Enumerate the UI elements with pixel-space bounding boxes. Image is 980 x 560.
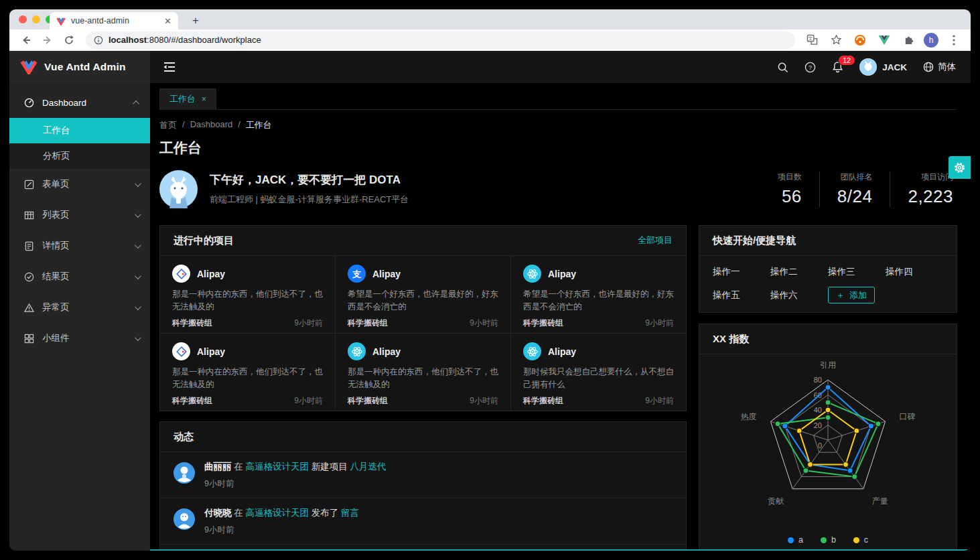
project-card[interactable]: Alipay那时候我只会想自己想要什么，从不想自己拥有什么科学搬砖组9小时前	[511, 334, 686, 411]
extension-orange-icon[interactable]	[851, 31, 869, 49]
legend-item-c[interactable]: c	[853, 535, 868, 545]
app-root: Vue Antd Admin ? 12	[9, 51, 971, 551]
breadcrumb-home[interactable]: 首页	[159, 119, 177, 131]
feed-item[interactable]: 付晓晓 在 高逼格设计天团 发布了 留言 9小时前	[160, 498, 686, 545]
tab-workplace[interactable]: 工作台 ×	[159, 88, 216, 109]
sidebar-item-widgets[interactable]: 小组件	[9, 323, 150, 354]
project-description: 那是一种内在的东西，他们到达不了，也无法触及的	[348, 366, 498, 392]
tab-close-icon[interactable]: ×	[202, 94, 206, 104]
check-circle-icon	[24, 272, 34, 282]
project-name[interactable]: Alipay	[548, 269, 576, 279]
bookmark-star-icon[interactable]	[827, 31, 845, 49]
close-window-button[interactable]	[19, 15, 27, 23]
vue-devtools-icon[interactable]	[876, 31, 893, 49]
project-name[interactable]: Alipay	[372, 346, 401, 357]
feed-target-link[interactable]: 八月迭代	[350, 462, 387, 472]
sidebar-item-label: 表单页	[42, 178, 70, 190]
traffic-lights	[19, 15, 54, 23]
dashboard-icon	[24, 98, 34, 108]
feed-group-link[interactable]: 高逼格设计天团	[246, 508, 309, 518]
sidebar-item-lists[interactable]: 列表页	[9, 200, 150, 230]
sidebar-item-details[interactable]: 详情页	[9, 230, 150, 261]
project-time: 9小时前	[645, 318, 674, 329]
locale-switch[interactable]: 简体	[923, 61, 956, 73]
quicknav-link[interactable]: 操作六	[770, 289, 828, 301]
project-time: 9小时前	[294, 318, 323, 329]
add-button-label: 添加	[849, 289, 867, 301]
user-menu[interactable]: JACK	[859, 58, 907, 76]
svg-text:产量: 产量	[872, 496, 888, 506]
breadcrumb-separator: /	[182, 119, 185, 131]
menu-fold-icon[interactable]	[163, 62, 176, 72]
legend-dot	[788, 537, 794, 543]
project-group[interactable]: 科学搬砖组	[523, 318, 563, 329]
form-icon	[24, 180, 34, 190]
project-group[interactable]: 科学搬砖组	[348, 318, 388, 329]
tab-close-icon[interactable]: ✕	[164, 17, 171, 25]
project-name[interactable]: Alipay	[197, 346, 225, 357]
quicknav-link[interactable]: 操作二	[770, 266, 828, 278]
browser-tabstrip: vue-antd-admin ✕ +	[9, 9, 971, 29]
minimize-window-button[interactable]	[32, 15, 40, 23]
project-name[interactable]: Alipay	[372, 269, 401, 279]
atom-icon	[523, 265, 541, 283]
url-bar[interactable]: localhost:8080/#/dashboard/workplace	[86, 31, 795, 49]
project-card[interactable]: Alipay那是一种内在的东西，他们到达不了，也无法触及的科学搬砖组9小时前	[160, 334, 335, 411]
project-name[interactable]: Alipay	[548, 346, 576, 357]
project-group[interactable]: 科学搬砖组	[523, 395, 563, 407]
new-tab-button[interactable]: +	[188, 13, 204, 29]
project-card[interactable]: Alipay那是一种内在的东西，他们到达不了，也无法触及的科学搬砖组9小时前	[336, 334, 510, 411]
widgets-icon	[24, 334, 34, 344]
sidebar-item-workplace[interactable]: 工作台	[9, 118, 150, 143]
feed-user[interactable]: 付晓晓	[204, 508, 232, 518]
quicknav-link[interactable]: 操作五	[713, 289, 770, 301]
sidebar-item-analysis[interactable]: 分析页	[9, 143, 150, 169]
svg-text:20: 20	[814, 421, 822, 429]
project-card[interactable]: Alipay那是一种内在的东西，他们到达不了，也无法触及的科学搬砖组9小时前	[160, 256, 335, 333]
browser-profile-avatar[interactable]: h	[924, 33, 938, 48]
extensions-puzzle-icon[interactable]	[900, 31, 917, 49]
browser-window: vue-antd-admin ✕ + localhost:8080/#/dash…	[9, 9, 971, 551]
legend-item-a[interactable]: a	[788, 535, 803, 545]
notification-bell-icon[interactable]: 12	[832, 61, 843, 73]
projects-grid: Alipay那是一种内在的东西，他们到达不了，也无法触及的科学搬砖组9小时前支A…	[160, 256, 686, 411]
chevron-down-icon	[135, 303, 141, 310]
project-group[interactable]: 科学搬砖组	[172, 395, 212, 407]
reload-icon[interactable]	[60, 31, 78, 49]
quicknav-link[interactable]: 操作四	[886, 266, 943, 278]
legend-item-b[interactable]: b	[821, 535, 836, 545]
settings-button[interactable]	[949, 156, 971, 179]
sidebar-item-results[interactable]: 结果页	[9, 261, 150, 292]
all-projects-link[interactable]: 全部项目	[638, 234, 673, 247]
feed-time: 9小时前	[204, 524, 359, 536]
project-time: 9小时前	[470, 318, 498, 329]
sidebar-item-dashboard[interactable]: Dashboard	[9, 87, 150, 118]
browser-menu-icon[interactable]	[945, 31, 963, 49]
feed-item[interactable]: 曲丽丽 在 高逼格设计天团 新建项目 八月迭代 9小时前	[160, 452, 686, 498]
project-card[interactable]: 支Alipay希望是一个好东西，也许是最好的，好东西是不会消亡的科学搬砖组9小时…	[336, 256, 510, 333]
translate-icon[interactable]: 文	[803, 31, 821, 49]
quicknav-link[interactable]: 操作三	[828, 266, 886, 278]
radar-legend[interactable]: abc	[699, 534, 957, 551]
project-name[interactable]: Alipay	[197, 269, 225, 279]
project-card[interactable]: Alipay希望是一个好东西，也许是最好的，好东西是不会消亡的科学搬砖组9小时前	[511, 256, 686, 333]
add-button[interactable]: ＋ 添加	[828, 287, 875, 303]
greeting-subtitle: 前端工程师 | 蚂蚁金服-计算服务事业群-REACT平台	[210, 194, 409, 206]
search-icon[interactable]	[777, 62, 788, 73]
quicknav-link[interactable]: 操作一	[713, 266, 770, 278]
breadcrumb-current: 工作台	[246, 119, 272, 131]
page-info-icon[interactable]	[94, 36, 103, 45]
project-group[interactable]: 科学搬砖组	[348, 395, 388, 407]
brand[interactable]: Vue Antd Admin	[9, 51, 150, 83]
forward-icon[interactable]	[39, 31, 56, 49]
sidebar-item-exceptions[interactable]: 异常页	[9, 292, 150, 323]
feed-target-link[interactable]: 留言	[341, 508, 359, 518]
help-icon[interactable]: ?	[804, 62, 816, 73]
breadcrumb-dashboard[interactable]: Dashboard	[190, 119, 233, 131]
project-group[interactable]: 科学搬砖组	[172, 318, 212, 329]
browser-tab[interactable]: vue-antd-admin ✕	[50, 12, 178, 29]
back-icon[interactable]	[17, 31, 35, 49]
sidebar-item-forms[interactable]: 表单页	[9, 169, 150, 200]
feed-group-link[interactable]: 高逼格设计天团	[246, 462, 309, 472]
feed-user[interactable]: 曲丽丽	[204, 462, 232, 472]
